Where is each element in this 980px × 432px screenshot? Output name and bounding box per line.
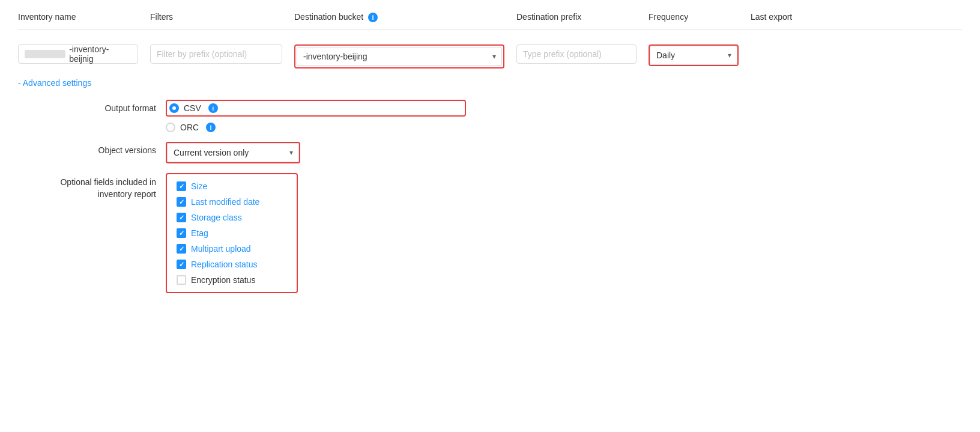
checkbox-multipart-label: Multipart upload (191, 244, 251, 254)
destination-bucket-select[interactable]: -inventory-beijing (297, 47, 502, 66)
advanced-settings-section: - Advanced settings Output format CSV i … (18, 78, 962, 293)
checkbox-size-label: Size (191, 181, 207, 191)
checkbox-last-modified[interactable]: Last modified date (177, 197, 287, 207)
csv-radio-label: CSV (184, 103, 201, 113)
col-header-inventory: Inventory name (18, 12, 138, 22)
frequency-cell: Daily Weekly (649, 44, 739, 66)
advanced-settings-content: Output format CSV i ORC i (24, 100, 962, 293)
optional-fields-label: Optional fields included in inventory re… (24, 173, 156, 200)
checkbox-storage-class-label: Storage class (191, 213, 242, 222)
checkbox-encryption-box[interactable] (177, 275, 186, 285)
checkbox-size-box[interactable] (177, 181, 186, 191)
col-header-frequency: Frequency (649, 12, 739, 22)
checkbox-replication-box[interactable] (177, 260, 186, 269)
object-versions-select[interactable]: Current version only All versions (167, 143, 299, 162)
csv-info-icon[interactable]: i (208, 103, 218, 113)
output-format-label: Output format (24, 100, 156, 113)
destination-bucket-wrapper: -inventory-beijing (294, 44, 504, 68)
object-versions-wrapper: Current version only All versions (166, 142, 300, 163)
checkbox-etag-box[interactable] (177, 228, 186, 238)
object-versions-label: Object versions (24, 142, 156, 155)
optional-fields-box: Size Last modified date Storage class (166, 173, 298, 293)
checkbox-last-modified-box[interactable] (177, 197, 186, 207)
filters-cell (150, 44, 282, 64)
inventory-name-field[interactable]: -inventory-beijnig (18, 44, 138, 64)
output-format-radio-group: CSV i ORC i (166, 100, 466, 132)
object-versions-control: Current version only All versions (166, 142, 466, 163)
checkbox-encryption-label: Encryption status (191, 275, 255, 285)
checkbox-encryption[interactable]: Encryption status (177, 275, 287, 285)
blurred-prefix (25, 50, 65, 58)
inventory-name-suffix: -inventory-beijnig (69, 44, 132, 64)
destination-prefix-cell (516, 44, 637, 64)
frequency-select-wrapper: Daily Weekly (650, 46, 737, 65)
filter-input[interactable] (150, 44, 282, 64)
checkbox-multipart[interactable]: Multipart upload (177, 244, 287, 254)
object-versions-row: Object versions Current version only All… (24, 142, 962, 163)
checkbox-last-modified-label: Last modified date (191, 197, 259, 207)
csv-radio-button[interactable] (169, 103, 179, 113)
checkbox-storage-class-box[interactable] (177, 213, 186, 222)
checkbox-etag-label: Etag (191, 228, 208, 238)
destination-prefix-input[interactable] (516, 44, 637, 64)
col-header-destination-prefix: Destination prefix (516, 12, 637, 22)
inventory-name-cell: -inventory-beijnig (18, 44, 138, 64)
object-versions-select-wrapper: Current version only All versions (167, 143, 299, 162)
orc-radio-label: ORC (180, 123, 199, 132)
destination-bucket-cell: -inventory-beijing (294, 44, 504, 68)
csv-radio-item[interactable]: CSV i (166, 100, 466, 117)
col-header-destination-bucket: Destination bucket i (294, 12, 504, 22)
optional-fields-control: Size Last modified date Storage class (166, 173, 466, 293)
col-header-last-export: Last export (751, 12, 823, 22)
checkbox-etag[interactable]: Etag (177, 228, 287, 238)
advanced-settings-toggle[interactable]: - Advanced settings (18, 78, 91, 88)
checkbox-storage-class[interactable]: Storage class (177, 213, 287, 222)
frequency-wrapper: Daily Weekly (649, 44, 739, 66)
orc-radio-item[interactable]: ORC i (166, 123, 466, 132)
destination-bucket-select-wrapper: -inventory-beijing (297, 47, 502, 66)
inventory-row: -inventory-beijnig -inventory-beijing Da… (18, 44, 962, 68)
orc-radio-button[interactable] (166, 123, 175, 132)
orc-info-icon[interactable]: i (206, 123, 216, 132)
destination-bucket-info-icon[interactable]: i (368, 13, 378, 22)
checkbox-replication[interactable]: Replication status (177, 260, 287, 269)
output-format-control: CSV i ORC i (166, 100, 466, 132)
output-format-row: Output format CSV i ORC i (24, 100, 962, 132)
checkbox-replication-label: Replication status (191, 260, 258, 269)
frequency-select[interactable]: Daily Weekly (650, 46, 737, 65)
checkbox-size[interactable]: Size (177, 181, 287, 191)
optional-fields-row: Optional fields included in inventory re… (24, 173, 962, 293)
checkbox-multipart-box[interactable] (177, 244, 186, 254)
table-header: Inventory name Filters Destination bucke… (18, 12, 962, 30)
col-header-filters: Filters (150, 12, 282, 22)
